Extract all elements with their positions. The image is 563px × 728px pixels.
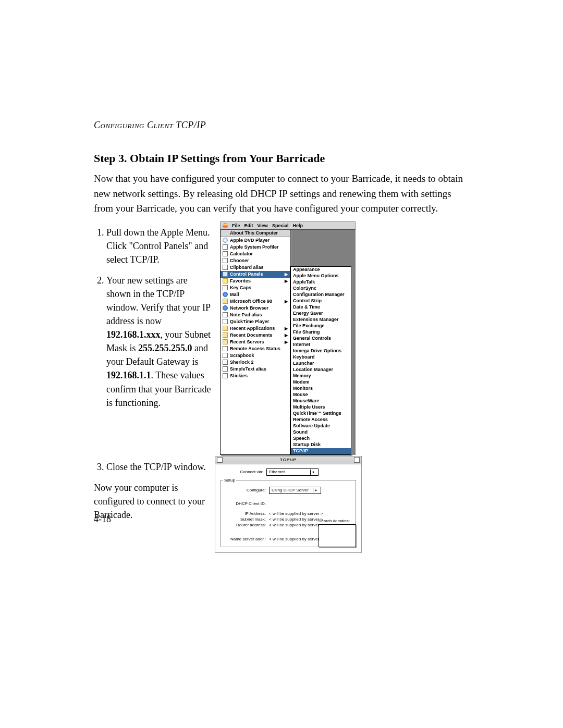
control-panel-item[interactable]: File Sharing bbox=[291, 329, 351, 336]
control-panel-item[interactable]: Appearance bbox=[291, 267, 351, 273]
connect-via-combo[interactable]: Ethernet ♦ bbox=[266, 468, 319, 476]
control-panel-item[interactable]: Energy Saver bbox=[291, 311, 351, 317]
apple-menu-item[interactable]: Stickies bbox=[221, 373, 290, 379]
tcpip-titlebar: TCP/IP bbox=[215, 456, 361, 464]
submenu-arrow-icon: ▶ bbox=[285, 299, 288, 304]
control-panel-item[interactable]: Iomega Drive Options bbox=[291, 348, 351, 354]
apple-menu-item[interactable]: Note Pad alias bbox=[221, 312, 290, 318]
apple-menu-title-label: About This Computer bbox=[230, 230, 278, 236]
menu-item-icon bbox=[223, 285, 228, 290]
control-panel-item[interactable]: Startup Disk bbox=[291, 442, 351, 448]
control-panel-item[interactable]: Location Manager bbox=[291, 367, 351, 373]
combo-arrow-icon: ♦ bbox=[313, 488, 319, 493]
apple-menu-screenshot: File Edit View Special Help About This C… bbox=[220, 221, 356, 455]
control-panel-item[interactable]: Sound bbox=[291, 429, 351, 436]
control-panel-item[interactable]: QuickTime™ Settings bbox=[291, 411, 351, 417]
steps-list-bottom: Close the TCP/IP window. bbox=[94, 460, 214, 474]
configure-value: Using DHCP Server bbox=[272, 488, 309, 492]
apple-menu-item[interactable]: Clipboard alias bbox=[221, 264, 290, 271]
control-panel-item[interactable]: Internet bbox=[291, 342, 351, 348]
apple-menu-item[interactable]: QuickTime Player bbox=[221, 318, 290, 325]
apple-menu-item[interactable]: Apple System Profiler bbox=[221, 244, 290, 251]
configure-combo[interactable]: Using DHCP Server ♦ bbox=[269, 487, 321, 494]
apple-menu-item[interactable]: Key Caps bbox=[221, 285, 290, 291]
apple-menu-item-label: Clipboard alias bbox=[230, 265, 264, 270]
control-panel-item[interactable]: Speech bbox=[291, 436, 351, 442]
zoom-box-icon bbox=[354, 457, 360, 463]
control-panel-item[interactable]: Configuration Manager bbox=[291, 292, 351, 298]
steps-list-top: Pull down the Apple Menu. Click "Control… bbox=[94, 226, 214, 410]
apple-menu-item-label: Calculator bbox=[230, 251, 253, 256]
apple-menu-item[interactable]: Favorites▶ bbox=[221, 278, 290, 285]
apple-menu-item[interactable]: Network Browser bbox=[221, 305, 290, 312]
apple-menu-item-label: Recent Servers bbox=[230, 339, 264, 344]
control-panel-item[interactable]: Multiple Users bbox=[291, 404, 351, 411]
step-2-mask: 255.255.255.0 bbox=[138, 343, 192, 353]
control-panel-item[interactable]: ColorSync bbox=[291, 286, 351, 292]
apple-menu-item-label: Microsoft Office 98 bbox=[230, 299, 272, 304]
menu-item-icon bbox=[223, 346, 228, 351]
connect-via-value: Ethernet bbox=[269, 470, 285, 474]
apple-menu-item[interactable]: Control Panels▶ bbox=[221, 271, 290, 278]
connect-via-label: Connect via: bbox=[221, 470, 266, 474]
apple-menu-item[interactable]: Remote Access Status bbox=[221, 346, 290, 352]
subnet-label: Subnet mask: bbox=[223, 517, 269, 522]
control-panel-item[interactable]: Control Strip bbox=[291, 298, 351, 304]
apple-menu-item[interactable]: SimpleText alias bbox=[221, 366, 290, 373]
apple-menu-item[interactable]: Mail bbox=[221, 291, 290, 298]
control-panel-item[interactable]: Keyboard bbox=[291, 354, 351, 361]
submenu-arrow-icon: ▶ bbox=[285, 340, 288, 344]
apple-menu-item[interactable]: Calculator bbox=[221, 251, 290, 257]
apple-menu-item-label: Mail bbox=[230, 292, 239, 297]
apple-menu-item-label: Favorites bbox=[230, 278, 251, 283]
apple-menu-item[interactable]: Recent Documents▶ bbox=[221, 332, 290, 339]
apple-menu-item[interactable]: Recent Servers▶ bbox=[221, 339, 290, 346]
control-panel-item[interactable]: TCP/IP bbox=[291, 448, 351, 454]
apple-menu-item-label: Recent Documents bbox=[230, 332, 273, 338]
menu-item-icon bbox=[223, 326, 228, 331]
control-panel-item[interactable]: Remote Access bbox=[291, 417, 351, 423]
apple-menu-item[interactable]: Sherlock 2 bbox=[221, 359, 290, 366]
control-panel-item[interactable]: Apple Menu Options bbox=[291, 273, 351, 279]
menu-item-icon bbox=[223, 258, 228, 263]
page-number: 4-18 bbox=[94, 514, 111, 525]
control-panel-item[interactable]: Launcher bbox=[291, 361, 351, 367]
apple-menu-item[interactable]: Apple DVD Player bbox=[221, 237, 290, 244]
menu-help: Help bbox=[292, 223, 303, 228]
step-2-ip: 192.168.1.xxx bbox=[106, 329, 161, 340]
apple-menu-item[interactable]: Chooser bbox=[221, 257, 290, 264]
row-steps-bottom: Close the TCP/IP window. Now your comput… bbox=[94, 456, 469, 553]
menu-item-icon bbox=[223, 244, 228, 250]
menu-item-icon bbox=[223, 278, 228, 283]
submenu-arrow-icon: ▶ bbox=[285, 272, 288, 277]
control-panel-item[interactable]: Extensions Manager bbox=[291, 317, 351, 323]
apple-menu-item[interactable]: Scrapbook bbox=[221, 352, 290, 359]
control-panel-item[interactable]: Monitors bbox=[291, 386, 351, 392]
control-panel-item[interactable]: Date & Time bbox=[291, 304, 351, 311]
menu-item-icon bbox=[223, 319, 228, 324]
menu-edit: Edit bbox=[244, 223, 253, 228]
control-panel-item[interactable]: Modem bbox=[291, 379, 351, 386]
submenu-arrow-icon: ▶ bbox=[285, 333, 288, 338]
apple-menu-item[interactable]: Microsoft Office 98▶ bbox=[221, 298, 290, 305]
menu-item-icon bbox=[223, 373, 228, 378]
apple-menu-item-label: Network Browser bbox=[230, 305, 268, 311]
apple-menu-item[interactable]: Recent Applications▶ bbox=[221, 325, 290, 332]
apple-menu-title: About This Computer bbox=[221, 230, 290, 237]
apple-logo-icon bbox=[223, 223, 228, 228]
control-panel-item[interactable]: Memory bbox=[291, 373, 351, 379]
control-panel-item[interactable]: File Exchange bbox=[291, 323, 351, 329]
control-panel-item[interactable]: Software Update bbox=[291, 423, 351, 429]
apple-menu-item-label: Scrapbook bbox=[230, 353, 254, 358]
menu-item-icon bbox=[223, 299, 228, 304]
apple-menu-item-label: Apple System Profiler bbox=[230, 244, 279, 250]
nameserver-value: < will be supplied by server > bbox=[269, 537, 323, 541]
control-panel-item[interactable]: Mouse bbox=[291, 392, 351, 398]
apple-menu-item-label: Note Pad alias bbox=[230, 312, 262, 317]
control-panel-item[interactable]: MouseWare bbox=[291, 398, 351, 404]
control-panel-item[interactable]: AppleTalk bbox=[291, 279, 351, 286]
search-domains-box[interactable] bbox=[319, 524, 356, 547]
search-domains-group: Search domains: bbox=[319, 519, 356, 547]
control-panel-item[interactable]: General Controls bbox=[291, 336, 351, 342]
apple-menu-item-label: Key Caps bbox=[230, 285, 251, 290]
